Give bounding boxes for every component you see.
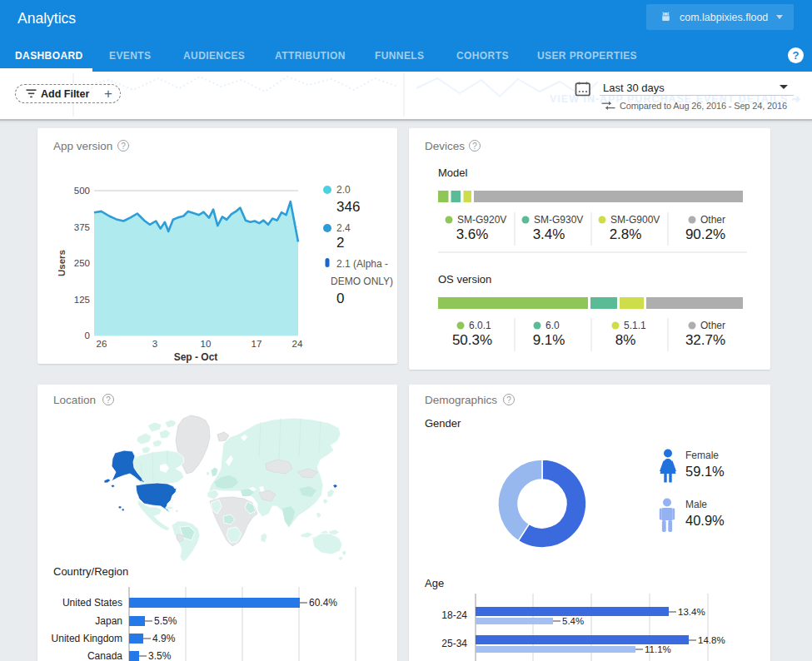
svg-text:5.1.1: 5.1.1 <box>624 320 646 331</box>
svg-text:2: 2 <box>336 235 344 251</box>
svg-text:5.4%: 5.4% <box>562 616 584 626</box>
svg-text:4.9%: 4.9% <box>152 633 176 644</box>
svg-text:SM-G920V: SM-G920V <box>457 214 506 226</box>
svg-text:32.7%: 32.7% <box>685 332 725 348</box>
svg-text:125: 125 <box>74 295 90 305</box>
svg-text:10: 10 <box>201 339 212 349</box>
svg-text:5.5%: 5.5% <box>154 615 177 627</box>
svg-text:13.4%: 13.4% <box>678 607 705 617</box>
svg-text:United States: United States <box>62 597 122 609</box>
svg-text:2.1 (Alpha -: 2.1 (Alpha - <box>336 258 388 270</box>
svg-text:250: 250 <box>74 258 90 268</box>
svg-text:17: 17 <box>252 339 262 349</box>
svg-text:Age: Age <box>425 577 444 589</box>
svg-text:SM-G900V: SM-G900V <box>610 214 660 226</box>
svg-text:Other: Other <box>700 214 725 226</box>
svg-text:500: 500 <box>74 186 90 196</box>
svg-text:3: 3 <box>152 339 157 349</box>
svg-text:40.9%: 40.9% <box>685 513 725 528</box>
svg-text:9.1%: 9.1% <box>533 332 565 348</box>
svg-text:18-24: 18-24 <box>441 609 467 621</box>
svg-text:2.8%: 2.8% <box>610 226 642 242</box>
svg-text:Japan: Japan <box>95 615 122 627</box>
svg-text:6.0.1: 6.0.1 <box>469 320 491 331</box>
svg-text:2.0: 2.0 <box>336 184 351 196</box>
svg-text:2.4: 2.4 <box>336 222 351 234</box>
svg-text:United Kingdom: United Kingdom <box>52 633 122 644</box>
svg-text:Canada: Canada <box>87 650 122 661</box>
svg-text:11.1%: 11.1% <box>645 644 671 654</box>
svg-text:6.0: 6.0 <box>545 320 560 331</box>
svg-text:24: 24 <box>292 339 303 349</box>
svg-text:Female: Female <box>685 450 719 461</box>
svg-text:26: 26 <box>97 339 107 349</box>
svg-text:Model: Model <box>438 166 468 179</box>
svg-text:50.3%: 50.3% <box>452 332 492 348</box>
svg-text:0: 0 <box>336 291 344 306</box>
svg-text:Users: Users <box>57 250 67 276</box>
svg-text:14.8%: 14.8% <box>698 635 725 645</box>
svg-text:60.4%: 60.4% <box>309 597 337 609</box>
svg-text:DEMO ONLY): DEMO ONLY) <box>331 276 393 287</box>
svg-text:3.5%: 3.5% <box>148 650 172 661</box>
svg-text:0: 0 <box>85 330 90 340</box>
svg-text:8%: 8% <box>615 332 636 348</box>
svg-text:SM-G930V: SM-G930V <box>534 214 583 226</box>
svg-text:Sep - Oct: Sep - Oct <box>174 351 218 363</box>
svg-text:OS version: OS version <box>438 273 491 286</box>
svg-text:375: 375 <box>74 222 90 232</box>
svg-text:25-34: 25-34 <box>441 638 467 649</box>
svg-text:Male: Male <box>685 499 707 510</box>
svg-text:Other: Other <box>700 320 725 331</box>
svg-text:346: 346 <box>336 199 360 215</box>
svg-text:90.2%: 90.2% <box>685 226 725 242</box>
svg-text:3.6%: 3.6% <box>456 226 489 242</box>
svg-text:3.4%: 3.4% <box>533 226 565 242</box>
svg-text:59.1%: 59.1% <box>685 464 725 479</box>
